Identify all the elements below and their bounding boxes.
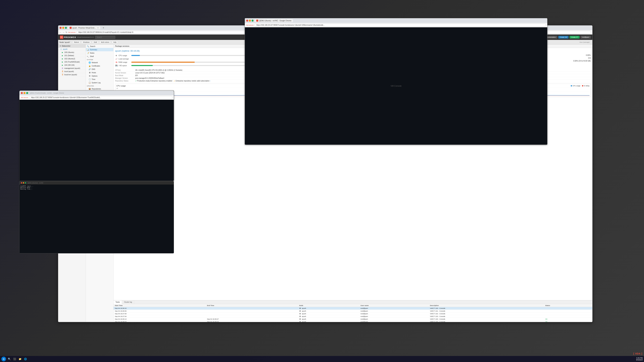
- legend-cpu-label: CPU usage: [572, 85, 580, 87]
- term-max[interactable]: [25, 182, 26, 184]
- subnav-syslog[interactable]: 📋 System Log: [86, 81, 113, 84]
- storage-lvm-label: local-lvm (ayush): [64, 74, 77, 76]
- forward-button[interactable]: →: [62, 31, 64, 33]
- legend-cpu-dot: [571, 85, 572, 86]
- task-node: 🖥 ayush: [298, 318, 359, 321]
- subnav-search[interactable]: 🔍 Search: [86, 44, 113, 48]
- sidebar-vm-102[interactable]: ▶ 102 (Ubuntu2): [58, 57, 86, 60]
- browser-tab[interactable]: QEMU (Ubuntu) - noVNC - Google Chrome: [254, 19, 293, 22]
- window-controls[interactable]: [246, 19, 254, 22]
- tasks-tab[interactable]: Tasks: [114, 301, 122, 304]
- pve-search-input[interactable]: [95, 36, 115, 39]
- clock-date: 9/4/2024: [636, 359, 643, 361]
- col-start-time[interactable]: Start Time: [114, 304, 206, 307]
- table-row[interactable]: Sep 04 18:27:59 🖥 ayush root@pam VM/CT 1…: [114, 312, 592, 315]
- cpu-stat-icon: ⚙: [115, 54, 118, 57]
- table-row[interactable]: Sep 04 18:28:15 🖥 ayush root@pam VM/CT 1…: [114, 307, 592, 310]
- term-min[interactable]: [23, 182, 24, 184]
- file-explorer-icon[interactable]: 📁: [18, 357, 22, 361]
- subnav-options[interactable]: ⚙ Options: [86, 74, 113, 78]
- subnav-certificates[interactable]: 🔒 Certificates: [86, 64, 113, 67]
- col-desc[interactable]: Description: [429, 304, 544, 307]
- close-btn[interactable]: [246, 19, 248, 22]
- sidebar-storage-lvm[interactable]: 🗄 local-lvm (ayush): [58, 73, 86, 76]
- back-button[interactable]: ←: [60, 31, 62, 33]
- main-max-btn[interactable]: [65, 27, 67, 29]
- table-row[interactable]: Sep 04 18:28:03 Sep 04 18:28:43 🖥 ayush …: [114, 321, 592, 322]
- main-min-btn[interactable]: [62, 27, 64, 29]
- subnav-dns[interactable]: 🔗 DNS: [86, 67, 113, 71]
- subnav-summary-label: Summary: [90, 49, 97, 51]
- repo-info-label: Repository Status: [115, 80, 135, 82]
- shutdown-btn[interactable]: Shutdown: [81, 41, 91, 43]
- main-close-btn[interactable]: [60, 27, 62, 29]
- col-user[interactable]: User name: [359, 304, 429, 307]
- task-status: [544, 310, 592, 312]
- search-taskbar-icon[interactable]: 🔍: [7, 357, 12, 361]
- sidebar-node-ayush[interactable]: ⬡ ayush: [58, 48, 86, 51]
- truenas-url-bar[interactable]: [29, 96, 172, 99]
- task-view-icon[interactable]: ⬛: [12, 357, 17, 361]
- repo-arrow[interactable]: ›: [210, 80, 210, 82]
- subnav-repos[interactable]: 📦 Repositories: [86, 87, 113, 90]
- task-table-container: Start Time End Time Node User name Descr…: [114, 304, 592, 322]
- repo-warning-text: Enterprise repository needs valid subscr…: [176, 80, 210, 82]
- task-node: 🖥 ayush: [298, 310, 359, 312]
- pve-user-badge[interactable]: root@pam: [580, 36, 591, 38]
- proxmox-tab[interactable]: ayush - Proxmox Virtual Envir... ✕: [68, 26, 100, 29]
- refresh-button[interactable]: ↻: [66, 31, 67, 33]
- sidebar-vm-100[interactable]: ▶ 100 (Ubuntu): [58, 51, 86, 54]
- table-row[interactable]: Sep 04 18:28:13 Sep 04 18:28:47 🖥 ayush …: [114, 318, 592, 321]
- table-row[interactable]: Sep 04 18:27:54 🖥 ayush root@pam VM/CT 1…: [114, 315, 592, 318]
- node-icon-small: 🖥: [299, 316, 301, 317]
- sidebar-vm-104[interactable]: ▶ 104 (VM 104): [58, 63, 86, 67]
- bulk-actions-btn[interactable]: Bulk Actions: [100, 41, 111, 43]
- subnav-shell[interactable]: >_ Shell: [86, 55, 113, 58]
- browser-taskbar-icon[interactable]: 🌐: [23, 357, 28, 361]
- truenas-controls[interactable]: [21, 92, 28, 94]
- task-user: root@pam: [359, 315, 429, 318]
- task-status: [544, 307, 592, 310]
- sidebar-vm-101[interactable]: ▶ 101 (Debian): [58, 54, 86, 57]
- load-stat-icon: 📈: [115, 58, 118, 60]
- sidebar-ct-management[interactable]: ☰ management (ayush): [58, 67, 86, 70]
- task-user: root@pam: [359, 312, 429, 315]
- col-status[interactable]: Status: [544, 304, 592, 307]
- subnav-hosts[interactable]: 🖥 Hosts: [86, 71, 113, 74]
- task-start-time: Sep 04 18:27:54: [114, 315, 206, 318]
- subnav-time[interactable]: 🕐 Time: [86, 78, 113, 81]
- new-tab-btn[interactable]: +: [101, 26, 106, 30]
- sidebar-vm-103[interactable]: ▶ 103 (TrueNASScale): [58, 60, 86, 63]
- col-node[interactable]: Node: [298, 304, 359, 307]
- col-end-time[interactable]: End Time: [206, 304, 298, 307]
- help-btn[interactable]: Help: [112, 41, 118, 43]
- table-row[interactable]: Sep 04 18:28:06 🖥 ayush root@pam VM/CT 1…: [114, 310, 592, 312]
- sidebar-storage-local[interactable]: 🗄 local (ayush): [58, 70, 86, 73]
- subnav-notes[interactable]: 📝 Notes: [86, 51, 113, 55]
- min-btn2[interactable]: [24, 92, 26, 94]
- subnav-network[interactable]: 🌐 Network: [86, 61, 113, 64]
- task-user: root@pam: [359, 318, 429, 321]
- start-button[interactable]: ⊞: [1, 357, 6, 361]
- cpu-info-label: CPU(s): [115, 69, 135, 71]
- chart-y-label: 16: [116, 87, 119, 89]
- shell-btn[interactable]: Shell: [92, 41, 98, 43]
- cluster-log-tab[interactable]: Cluster log: [122, 301, 134, 304]
- truenas-not-secure: Not secure: [21, 97, 28, 98]
- main-window-controls[interactable]: [60, 27, 67, 29]
- task-start-time: Sep 04 18:27:59: [114, 312, 206, 315]
- create-vm-btn[interactable]: Create VM: [558, 36, 568, 38]
- tab-close-btn[interactable]: ✕: [97, 27, 98, 29]
- vm-100-label: 100 (Ubuntu): [64, 51, 74, 53]
- url-bar[interactable]: [254, 24, 546, 26]
- max-btn[interactable]: [252, 19, 254, 22]
- create-ct-btn[interactable]: Create CT: [570, 36, 580, 38]
- reboot-btn[interactable]: Reboot: [72, 41, 80, 43]
- min-btn[interactable]: [249, 19, 251, 22]
- term-close[interactable]: [21, 182, 22, 184]
- task-user: root@pam: [359, 307, 429, 310]
- legend-io: IO delay: [582, 85, 590, 87]
- max-btn2[interactable]: [26, 92, 28, 94]
- close-btn2[interactable]: [21, 92, 23, 94]
- subnav-summary[interactable]: 📊 Summary: [86, 48, 113, 51]
